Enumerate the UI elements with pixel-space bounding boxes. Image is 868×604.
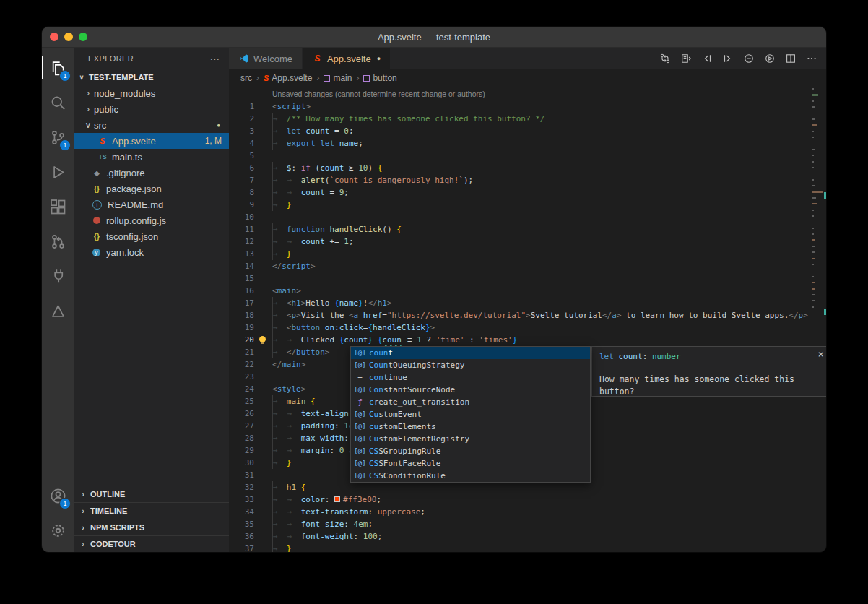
tree-item-app-svelte[interactable]: SApp.svelte1, M [74,133,229,149]
indent-guide: → [272,457,287,469]
code-line[interactable]: 6→$: if (count ≥ 10) { [229,162,826,174]
code-content: →} [272,199,826,211]
suggestion-create_out_transition[interactable]: ƒcreate_out_transition [351,396,590,408]
suggestion-countqueuingstrategy[interactable]: [@]CountQueuingStrategy [351,359,590,371]
breadcrumb-app-svelte[interactable]: SApp.svelte [264,73,312,83]
tree-item--gitignore[interactable]: ◆.gitignore [74,165,229,181]
code-line[interactable]: 3→let count = 0; [229,125,826,137]
circle-dash-icon[interactable] [743,53,755,64]
gitlens-codelens[interactable]: Unsaved changes (cannot determine recent… [229,88,826,100]
code-line[interactable]: 32→h1 { [229,481,826,493]
suggestion-customelementregistry[interactable]: [@]CustomElementRegistry [351,433,590,445]
code-line[interactable]: 35→→font-size: 4em; [229,518,826,530]
search-icon [50,95,66,111]
section-timeline[interactable]: ›TIMELINE [74,502,229,519]
tab-welcome[interactable]: Welcome [229,48,303,69]
split-editor-icon[interactable] [785,53,797,64]
sidebar-item-source-control[interactable]: 1 [42,120,74,155]
tree-item-main-ts[interactable]: TSmain.ts [74,149,229,165]
breadcrumb-label: main [333,73,352,83]
code-line[interactable]: 11→function handleClick() { [229,223,826,236]
line-number: 5 [229,150,272,162]
code-line[interactable]: 7→→alert(`count is dangerously high!`); [229,174,826,186]
code-line[interactable]: 2→/** How many times has someone clicked… [229,113,826,125]
code-line[interactable]: 12→→count += 1; [229,236,826,248]
line-number: 21 [229,346,272,358]
code-line[interactable]: 15 [229,272,826,285]
chevron-right-icon: › [316,73,319,83]
breadcrumb-main[interactable]: main [324,73,352,83]
tree-item-node-modules[interactable]: ›node_modules [74,85,229,101]
tree-item-rollup-config-js[interactable]: rollup.config.js [74,212,229,228]
sidebar-item-search[interactable] [42,85,74,120]
suggestion-continue[interactable]: ≡continue [351,371,590,384]
tree-item-yarn-lock[interactable]: yyarn.lock [74,244,229,260]
code-line[interactable]: 14</script> [229,260,826,272]
code-line[interactable]: 20→→Clicked {count} {coun ≡ 1 ? 'time' :… [229,334,826,346]
code-line[interactable]: 36→→font-weight: 100; [229,530,826,543]
sidebar-item-github-pull-requests[interactable] [42,224,74,259]
code-line[interactable]: 5 [229,150,826,162]
code-line[interactable]: 10 [229,211,826,223]
tree-item-tsconfig-json[interactable]: {}tsconfig.json [74,228,229,244]
suggestion-customelements[interactable]: [@]customElements [351,420,590,433]
sidebar-item-run-debug[interactable] [42,155,74,189]
editor[interactable]: Unsaved changes (cannot determine recent… [229,87,826,552]
unsaved-dot-icon[interactable]: ● [377,55,381,62]
breadcrumb-src[interactable]: src [240,73,252,83]
previous-change-icon[interactable] [701,53,713,64]
close-icon[interactable]: × [818,348,824,361]
code-line[interactable]: 4→export let name; [229,137,826,150]
sidebar-item-extensions[interactable] [42,189,74,224]
suggestion-cssgroupingrule[interactable]: [@]CSSGroupingRule [351,445,590,457]
section-npm-scripts[interactable]: ›NPM SCRIPTS [74,519,229,535]
code-line[interactable]: 37→} [229,543,826,552]
indent-guide: → [272,322,287,334]
minimap[interactable] [812,88,823,312]
lightbulb-icon[interactable] [259,336,266,342]
section-outline[interactable]: ›OUTLINE [74,486,229,502]
code-line[interactable]: 9→} [229,199,826,211]
file-diff-icon[interactable] [680,53,692,64]
workspace-section-header[interactable]: ∨ TEST-TEMPLATE [74,69,229,85]
git-compare-icon[interactable] [659,53,671,64]
suggestion-count[interactable]: [@]count [351,347,590,359]
run-icon[interactable] [764,53,776,64]
next-change-icon[interactable] [722,53,734,64]
code-content: </script> [272,260,826,272]
breadcrumb-button[interactable]: button [363,73,396,83]
line-number: 22 [229,358,272,371]
code-line[interactable]: 13→} [229,248,826,260]
suggestion-constantsourcenode[interactable]: [@]ConstantSourceNode [351,384,590,396]
suggestion-label: count [369,347,393,359]
suggestion-cssconditionrule[interactable]: [@]CSSConditionRule [351,470,590,482]
suggestion-cssfontfacerule[interactable]: [@]CSSFontFaceRule [351,457,590,470]
code-line[interactable]: 34→→text-transform: uppercase; [229,506,826,518]
more-actions-icon[interactable] [806,53,817,64]
sidebar-item-explorer[interactable]: 1 [42,51,74,85]
code-line[interactable]: 16<main> [229,285,826,297]
tree-item-readme-md[interactable]: iREADME.md [74,197,229,212]
code-line[interactable]: 19→<button on:click={handleClick}> [229,322,826,334]
section-codetour[interactable]: ›CODETOUR [74,535,229,552]
code-line[interactable]: 17→<h1>Hello {name}!</h1> [229,297,826,309]
tab-app-svelte[interactable]: S App.svelte ● [303,48,391,69]
line-number: 3 [229,125,272,137]
more-actions-icon[interactable]: ⋯ [210,53,220,64]
tree-item-public[interactable]: ›public [74,101,229,117]
accounts-button[interactable]: 1 [42,478,74,513]
zoom-window-button[interactable] [79,33,87,41]
line-number: 27 [229,420,272,432]
suggestion-customevent[interactable]: [@]CustomEvent [351,408,590,420]
minimize-window-button[interactable] [64,33,73,41]
tree-item-package-json[interactable]: {}package.json [74,181,229,197]
code-line[interactable]: 18→<p>Visit the <a href="https://svelte.… [229,309,826,322]
code-line[interactable]: 1<script> [229,100,826,113]
sidebar-item-remote-explorer[interactable] [42,259,74,293]
code-line[interactable]: 33→→color: #ff3e00; [229,493,826,506]
sidebar-item-azure[interactable] [42,293,74,328]
code-line[interactable]: 8→→count = 9; [229,186,826,199]
settings-button[interactable] [42,513,74,548]
tree-item-src[interactable]: ∨src● [74,117,229,133]
close-window-button[interactable] [50,33,58,41]
